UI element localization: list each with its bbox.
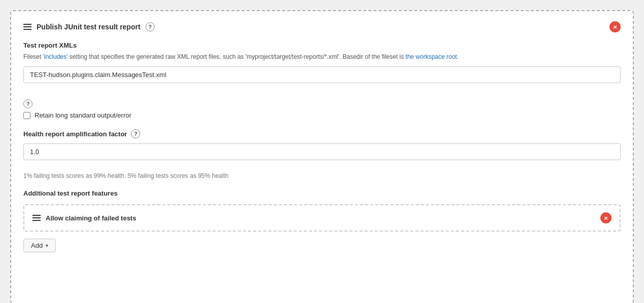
retain-checkbox[interactable] xyxy=(23,112,30,119)
panel-help-badge[interactable]: ? xyxy=(146,22,155,31)
test-report-section: Test report XMLs Fileset 'includes' sett… xyxy=(23,42,621,92)
amplification-input[interactable] xyxy=(23,143,621,160)
info-period: . xyxy=(457,53,458,60)
retain-help-row: ? xyxy=(23,99,621,108)
feature-title: Allow claiming of failed tests xyxy=(46,214,136,222)
additional-features-section: Additional test report features Allow cl… xyxy=(23,190,621,232)
feature-panel: Allow claiming of failed tests × xyxy=(23,204,621,232)
add-button-label: Add xyxy=(31,242,43,249)
add-button[interactable]: Add ▾ xyxy=(23,239,56,252)
amplification-hint: 1% failing tests scores as 99% health. 5… xyxy=(23,172,621,179)
panel-header: Publish JUnit test result report ? × xyxy=(23,21,621,32)
retain-help-badge[interactable]: ? xyxy=(23,99,32,108)
includes-link[interactable]: 'includes' xyxy=(43,53,68,60)
feature-hamburger-icon[interactable] xyxy=(32,215,41,221)
retain-checkbox-row: Retain long standard output/error xyxy=(23,111,621,119)
amplification-label-row: Health report amplification factor ? xyxy=(23,129,621,138)
panel-title: Publish JUnit test result report xyxy=(37,23,141,31)
amplification-label: Health report amplification factor xyxy=(23,130,127,138)
info-text-part1: Fileset xyxy=(23,53,43,60)
test-report-label: Test report XMLs xyxy=(23,42,621,49)
panel-close-button[interactable]: × xyxy=(609,21,621,32)
test-report-info: Fileset 'includes' setting that specifie… xyxy=(23,52,621,61)
additional-features-label: Additional test report features xyxy=(23,190,621,197)
feature-close-button[interactable]: × xyxy=(600,212,612,223)
retain-checkbox-label: Retain long standard output/error xyxy=(35,111,131,119)
workspace-root-link[interactable]: the workspace root xyxy=(405,53,457,60)
feature-panel-left: Allow claiming of failed tests xyxy=(32,214,136,222)
test-report-input[interactable] xyxy=(23,66,621,83)
chevron-down-icon: ▾ xyxy=(46,243,48,248)
hamburger-icon[interactable] xyxy=(23,24,31,30)
panel-header-left: Publish JUnit test result report ? xyxy=(23,22,155,31)
amplification-section: Health report amplification factor ? 1% … xyxy=(23,129,621,179)
info-text-part2: setting that specifies the generated raw… xyxy=(67,53,405,60)
amplification-help-badge[interactable]: ? xyxy=(131,129,140,138)
main-panel: Publish JUnit test result report ? × Tes… xyxy=(10,10,634,303)
